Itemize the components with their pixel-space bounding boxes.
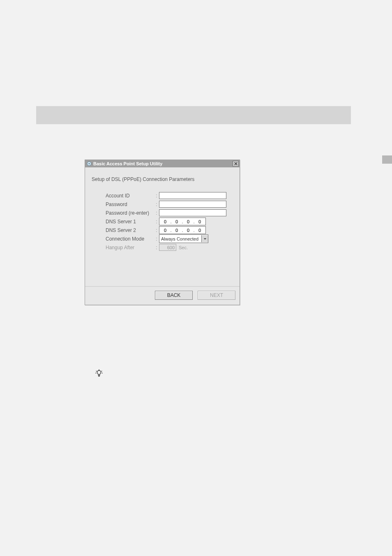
label-dns1: DNS Server 1	[106, 219, 154, 225]
next-button-label: NEXT	[210, 292, 223, 298]
dns2-input[interactable]: . . .	[159, 226, 206, 234]
svg-point-1	[88, 163, 90, 164]
dns2-oct1[interactable]	[161, 228, 170, 233]
colon: :	[154, 219, 159, 225]
label-dns2: DNS Server 2	[106, 227, 154, 233]
dialog-footer: BACK NEXT	[85, 286, 240, 305]
setup-dialog: Basic Access Point Setup Utility Setup o…	[85, 160, 240, 305]
colon: :	[154, 227, 159, 233]
label-hangup-after: Hangup After	[106, 245, 154, 250]
dns1-oct4[interactable]	[195, 219, 204, 224]
close-button[interactable]	[233, 161, 239, 167]
colon: :	[154, 236, 159, 242]
label-account-id: Account ID	[106, 193, 154, 199]
connection-mode-value: Always Connected	[161, 236, 201, 241]
password-reenter-input[interactable]	[159, 209, 226, 216]
lightbulb-icon	[95, 369, 104, 378]
label-connection-mode: Connection Mode	[106, 236, 154, 242]
dialog-subtitle: Setup of DSL (PPPoE) Connection Paramete…	[92, 176, 234, 182]
password-input[interactable]	[159, 201, 226, 208]
app-icon	[87, 161, 92, 166]
window-title: Basic Access Point Setup Utility	[93, 161, 162, 166]
side-tab	[382, 155, 392, 164]
dns1-oct2[interactable]	[172, 219, 181, 224]
dns1-oct3[interactable]	[184, 219, 193, 224]
header-banner	[36, 106, 351, 124]
colon: :	[154, 193, 159, 199]
label-password-reenter: Password (re-enter)	[106, 210, 154, 216]
close-icon	[234, 162, 238, 165]
colon: :	[154, 210, 159, 216]
dns1-oct1[interactable]	[161, 219, 170, 224]
back-button-label: BACK	[167, 292, 181, 298]
dns2-oct2[interactable]	[172, 228, 181, 233]
colon: :	[154, 245, 159, 250]
next-button: NEXT	[198, 291, 235, 300]
titlebar[interactable]: Basic Access Point Setup Utility	[85, 160, 240, 167]
account-id-input[interactable]	[159, 192, 226, 199]
dns1-input[interactable]: . . .	[159, 218, 206, 225]
chevron-down-icon	[201, 235, 208, 242]
connection-mode-select[interactable]: Always Connected	[159, 234, 208, 243]
hangup-after-unit: Sec.	[179, 245, 188, 250]
label-password: Password	[106, 202, 154, 207]
form: Account ID : Password : Password (re-ent…	[106, 191, 230, 252]
hangup-after-input	[159, 244, 176, 251]
colon: :	[154, 202, 159, 207]
dns2-oct3[interactable]	[184, 228, 193, 233]
dns2-oct4[interactable]	[195, 228, 204, 233]
back-button[interactable]: BACK	[155, 291, 193, 300]
